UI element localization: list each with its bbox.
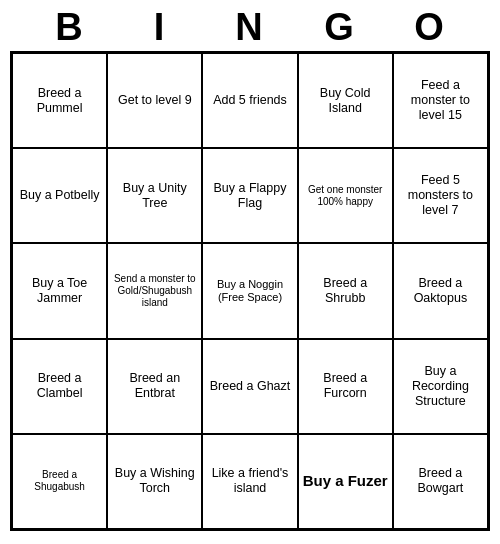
bingo-letter: I — [115, 6, 205, 49]
bingo-cell-9: Feed 5 monsters to level 7 — [393, 148, 488, 243]
bingo-cell-24: Breed a Bowgart — [393, 434, 488, 529]
bingo-cell-23: Buy a Fuzer — [298, 434, 393, 529]
bingo-cell-14: Breed a Oaktopus — [393, 243, 488, 338]
bingo-cell-17: Breed a Ghazt — [202, 339, 297, 434]
bingo-cell-16: Breed an Entbrat — [107, 339, 202, 434]
bingo-letter: N — [205, 6, 295, 49]
bingo-cell-7: Buy a Flappy Flag — [202, 148, 297, 243]
bingo-header: BINGO — [0, 0, 500, 51]
bingo-cell-2: Add 5 friends — [202, 53, 297, 148]
bingo-cell-22: Like a friend's island — [202, 434, 297, 529]
bingo-cell-11: Send a monster to Gold/Shugabush island — [107, 243, 202, 338]
bingo-cell-21: Buy a Wishing Torch — [107, 434, 202, 529]
bingo-letter: O — [385, 6, 475, 49]
bingo-cell-19: Buy a Recording Structure — [393, 339, 488, 434]
bingo-cell-15: Breed a Clambel — [12, 339, 107, 434]
bingo-cell-5: Buy a Potbelly — [12, 148, 107, 243]
bingo-cell-4: Feed a monster to level 15 — [393, 53, 488, 148]
bingo-cell-6: Buy a Unity Tree — [107, 148, 202, 243]
bingo-letter: B — [25, 6, 115, 49]
bingo-cell-1: Get to level 9 — [107, 53, 202, 148]
bingo-grid: Breed a PummelGet to level 9Add 5 friend… — [10, 51, 490, 531]
bingo-cell-3: Buy Cold Island — [298, 53, 393, 148]
bingo-cell-13: Breed a Shrubb — [298, 243, 393, 338]
bingo-letter: G — [295, 6, 385, 49]
bingo-cell-8: Get one monster 100% happy — [298, 148, 393, 243]
bingo-cell-18: Breed a Furcorn — [298, 339, 393, 434]
bingo-cell-12: Buy a Noggin (Free Space) — [202, 243, 297, 338]
bingo-cell-20: Breed a Shugabush — [12, 434, 107, 529]
bingo-cell-0: Breed a Pummel — [12, 53, 107, 148]
bingo-cell-10: Buy a Toe Jammer — [12, 243, 107, 338]
